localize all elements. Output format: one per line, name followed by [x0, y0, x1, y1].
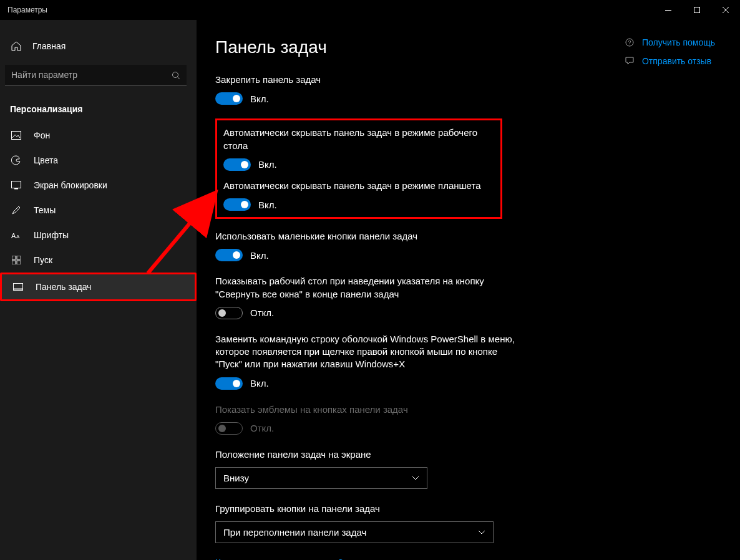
- sidebar-item-themes[interactable]: Темы: [0, 198, 197, 223]
- home-icon: [10, 41, 22, 51]
- sidebar-item-lockscreen[interactable]: Экран блокировки: [0, 173, 197, 198]
- sidebar-item-label: Экран блокировки: [34, 180, 107, 190]
- close-button[interactable]: [711, 0, 740, 20]
- sidebar: Главная Персонализация Фон Цвета Экран б…: [0, 20, 197, 560]
- sidebar-item-label: Цвета: [34, 155, 58, 165]
- dropdown-value: При переполнении панели задач: [223, 527, 366, 538]
- svg-text:A: A: [11, 232, 16, 239]
- feedback-icon: [625, 56, 635, 66]
- svg-text:A: A: [16, 234, 20, 239]
- help-link[interactable]: Как настроить панели задач?: [215, 557, 343, 560]
- setting-position: Положение панели задач на экране Внизу: [215, 448, 515, 489]
- setting-powershell: Заменить командную строку оболочкой Wind…: [215, 333, 515, 390]
- svg-rect-10: [12, 261, 16, 264]
- setting-label: Автоматически скрывать панель задач в ре…: [223, 180, 494, 192]
- svg-point-2: [173, 72, 178, 77]
- toggle-state: Откл.: [250, 307, 274, 318]
- dropdown-position[interactable]: Внизу: [215, 467, 427, 489]
- feedback-link[interactable]: Отправить отзыв: [625, 56, 715, 66]
- link-label: Отправить отзыв: [642, 56, 711, 66]
- toggle-state: Вкл.: [250, 94, 269, 104]
- dropdown-combine[interactable]: При переполнении панели задач: [215, 521, 494, 543]
- setting-small-buttons: Использовать маленькие кнопки панели зад…: [215, 230, 515, 261]
- main-content: Панель задач Закрепить панель задач Вкл.…: [197, 20, 740, 560]
- link-label: Получить помощь: [642, 37, 715, 47]
- sidebar-item-label: Панель задач: [36, 282, 91, 292]
- setting-lock: Закрепить панель задач Вкл.: [215, 74, 515, 105]
- section-header: Персонализация: [0, 98, 197, 123]
- svg-rect-3: [12, 132, 21, 140]
- window-title: Параметры: [0, 6, 47, 14]
- setting-autohide-tablet: Автоматически скрывать панель задач в ре…: [223, 180, 494, 211]
- chevron-down-icon: [412, 476, 419, 481]
- svg-rect-5: [14, 188, 18, 190]
- lockscreen-icon: [10, 181, 22, 190]
- setting-autohide-desktop: Автоматически скрывать панель задач в ре…: [223, 127, 494, 171]
- setting-label: Использовать маленькие кнопки панели зад…: [215, 230, 515, 243]
- setting-label: Показывать рабочий стол при наведении ук…: [215, 275, 515, 301]
- sidebar-item-fonts[interactable]: AA Шрифты: [0, 223, 197, 248]
- setting-label: Положение панели задач на экране: [215, 448, 515, 461]
- sidebar-item-label: Пуск: [34, 255, 52, 265]
- setting-badges: Показать эмблемы на кнопках панели задач…: [215, 403, 515, 435]
- picture-icon: [10, 131, 22, 140]
- maximize-button[interactable]: [683, 0, 711, 20]
- setting-label: Заменить командную строку оболочкой Wind…: [215, 333, 515, 371]
- sidebar-item-label: Темы: [34, 205, 56, 215]
- get-help-link[interactable]: ? Получить помощь: [625, 37, 715, 47]
- svg-rect-0: [665, 10, 671, 11]
- setting-combine: Группировать кнопки на панели задач При …: [215, 503, 515, 543]
- setting-label: Закрепить панель задач: [215, 74, 515, 86]
- sidebar-item-start[interactable]: Пуск: [0, 248, 197, 273]
- sidebar-item-background[interactable]: Фон: [0, 123, 197, 148]
- palette-icon: [10, 155, 22, 165]
- taskbar-icon: [12, 283, 24, 291]
- search-icon: [172, 71, 180, 80]
- setting-peek: Показывать рабочий стол при наведении ук…: [215, 275, 515, 319]
- toggle-small-buttons[interactable]: [215, 249, 243, 261]
- setting-label: Автоматически скрывать панель задач в ре…: [223, 127, 494, 152]
- sidebar-item-taskbar[interactable]: Панель задач: [0, 273, 197, 301]
- toggle-badges: [215, 422, 243, 435]
- toggle-state: Вкл.: [258, 159, 277, 170]
- dropdown-value: Внизу: [223, 473, 249, 483]
- toggle-state: Вкл.: [250, 378, 269, 389]
- start-icon: [10, 256, 22, 264]
- svg-rect-1: [694, 7, 700, 13]
- highlight-box: Автоматически скрывать панель задач в ре…: [215, 118, 502, 219]
- minimize-button[interactable]: [654, 0, 683, 20]
- svg-rect-13: [14, 288, 23, 291]
- svg-rect-8: [12, 256, 16, 259]
- toggle-state: Вкл.: [250, 250, 269, 261]
- sidebar-item-label: Шрифты: [34, 230, 69, 240]
- home-button[interactable]: Главная: [0, 35, 197, 57]
- home-label: Главная: [32, 41, 66, 51]
- svg-rect-9: [17, 256, 21, 259]
- search-input[interactable]: [5, 65, 187, 85]
- svg-rect-4: [12, 181, 21, 188]
- toggle-state: Вкл.: [258, 200, 277, 210]
- setting-label: Показать эмблемы на кнопках панели задач: [215, 403, 515, 416]
- setting-label: Группировать кнопки на панели задач: [215, 503, 515, 515]
- toggle-autohide-tablet[interactable]: [223, 198, 251, 211]
- help-icon: ?: [625, 37, 635, 47]
- toggle-powershell[interactable]: [215, 377, 243, 390]
- sidebar-item-label: Фон: [34, 130, 50, 140]
- right-links: ? Получить помощь Отправить отзыв: [625, 37, 715, 75]
- brush-icon: [10, 205, 22, 215]
- chevron-down-icon: [478, 530, 485, 535]
- toggle-autohide-desktop[interactable]: [223, 158, 251, 171]
- search-box[interactable]: [5, 65, 187, 85]
- sidebar-item-colors[interactable]: Цвета: [0, 148, 197, 173]
- svg-rect-11: [17, 261, 21, 264]
- toggle-state: Откл.: [250, 423, 274, 433]
- toggle-peek[interactable]: [215, 307, 243, 319]
- font-icon: AA: [10, 231, 22, 239]
- titlebar: Параметры: [0, 0, 740, 20]
- svg-text:?: ?: [628, 39, 631, 46]
- toggle-lock[interactable]: [215, 92, 243, 105]
